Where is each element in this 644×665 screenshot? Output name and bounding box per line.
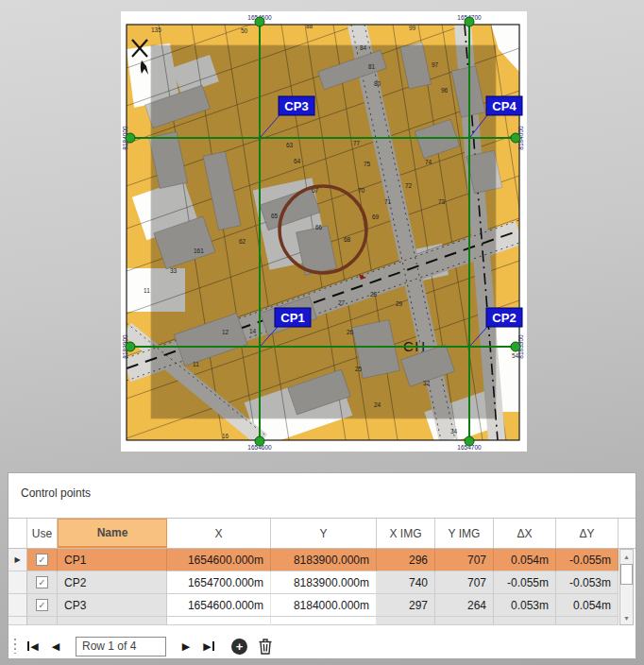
cell-dx[interactable]: -0.055m: [494, 571, 556, 594]
cell-y-img[interactable]: 264: [435, 594, 494, 617]
cell-x[interactable]: 1654600.000m: [167, 594, 271, 617]
last-bar-icon: [212, 641, 214, 651]
scroll-down-button[interactable]: ▼: [620, 611, 633, 624]
selection-overlay[interactable]: [151, 45, 496, 418]
header-dy[interactable]: ΔY: [556, 519, 619, 548]
parcel-number: 11: [144, 287, 150, 294]
row-indicator: [8, 617, 27, 625]
cell-y[interactable]: 8183900.000m: [271, 571, 377, 594]
grid-marker-bottom-left[interactable]: [255, 436, 264, 446]
parcel-number: 99: [409, 25, 416, 31]
parcel-number: 34: [450, 428, 458, 435]
next-row-button[interactable]: ▶: [175, 637, 197, 656]
last-icon: ▶: [203, 640, 211, 653]
cell-dy[interactable]: -0.053m: [556, 571, 619, 594]
navigator-grip[interactable]: [14, 639, 16, 654]
cell-y-img[interactable]: 707: [435, 549, 494, 571]
parcel-number: 50: [241, 27, 248, 34]
trash-icon: [259, 639, 272, 655]
cell-dy[interactable]: -0.055m: [556, 549, 619, 571]
control-points-grid: Use Name X Y X IMG Y IMG ΔX ΔY ▶ ✓ CP1 1…: [8, 518, 636, 625]
table-row-cp1[interactable]: ▶ ✓ CP1 1654600.000m 8183900.000m 296 70…: [8, 549, 619, 571]
use-checkbox-cp3[interactable]: ✓: [36, 599, 48, 611]
header-filler: [619, 519, 636, 548]
parcel-number: 16: [222, 433, 229, 439]
record-navigator: ◀ ◀ Row 1 of 4 ▶ ▶ +: [12, 634, 272, 658]
header-x-img[interactable]: X IMG: [377, 519, 435, 548]
grid-marker-left-bottom[interactable]: [126, 342, 135, 351]
panel-title: Control points: [21, 486, 91, 500]
cell-x-img[interactable]: 297: [377, 594, 435, 617]
row-indicator: [8, 594, 27, 617]
first-bar-icon: [27, 641, 29, 651]
cell-name[interactable]: CP3: [58, 594, 167, 617]
cp2-label-text: CP2: [492, 311, 516, 325]
grid-marker-left-top[interactable]: [126, 133, 135, 143]
scrollbar-thumb[interactable]: [620, 564, 633, 585]
scroll-up-button[interactable]: ▲: [620, 550, 633, 563]
grid-marker-top-left[interactable]: [255, 17, 264, 26]
parcel-number: 88: [306, 23, 314, 29]
delete-control-point-button[interactable]: [259, 639, 272, 655]
current-row-marker: ▶: [8, 549, 27, 571]
header-y-img[interactable]: Y IMG: [435, 519, 494, 548]
header-x[interactable]: X: [167, 519, 271, 548]
map-image-panel: 1355088998481809796356364777574656766686…: [121, 11, 527, 452]
cell-x-img[interactable]: 296: [377, 549, 435, 571]
cell-dx[interactable]: 0.054m: [494, 549, 556, 571]
table-row-cp3[interactable]: ✓ CP3 1654600.000m 8184000.000m 297 264 …: [8, 594, 619, 617]
cell-x[interactable]: 1654700.000m: [167, 571, 271, 594]
use-checkbox-cp1[interactable]: ✓: [36, 554, 48, 566]
cell-dy[interactable]: 0.054m: [556, 594, 619, 617]
last-row-button[interactable]: ▶: [197, 637, 220, 656]
cp4-label-text: CP4: [492, 99, 517, 113]
first-icon: ◀: [30, 640, 38, 653]
cell-x[interactable]: 1654600.000m: [167, 549, 271, 571]
grid-marker-right-bottom[interactable]: [511, 342, 520, 351]
cp1-label-text: CP1: [280, 311, 304, 325]
cell-name[interactable]: CP2: [58, 571, 167, 594]
header-name[interactable]: Name: [58, 519, 167, 548]
grid-vertical-scrollbar[interactable]: ▲ ▼: [619, 549, 634, 625]
grid-marker-top-right[interactable]: [465, 17, 474, 26]
cell-dx[interactable]: 0.053m: [494, 594, 556, 617]
previous-icon: ◀: [52, 640, 59, 653]
header-use[interactable]: Use: [27, 519, 58, 548]
cell-x-img[interactable]: 740: [377, 571, 435, 594]
use-checkbox-cp2[interactable]: ✓: [36, 576, 48, 588]
header-row-indicator: [8, 519, 27, 548]
map-content: 1355088998481809796356364777574656766686…: [127, 11, 527, 448]
control-points-panel: Control points Use Name X Y X IMG Y IMG …: [8, 472, 636, 659]
cell-y[interactable]: 8184000.000m: [271, 594, 377, 617]
parcel-number: 135: [151, 26, 161, 33]
grid-marker-right-top[interactable]: [511, 133, 520, 143]
cell-name[interactable]: CP1: [58, 549, 167, 571]
header-y[interactable]: Y: [271, 519, 377, 548]
grid-marker-bottom-right[interactable]: [465, 436, 474, 446]
previous-row-button[interactable]: ◀: [44, 637, 67, 656]
first-row-button[interactable]: ◀: [22, 637, 44, 656]
add-control-point-button[interactable]: +: [231, 639, 247, 655]
table-row-cp4-partial[interactable]: [8, 617, 619, 625]
cell-y[interactable]: 8183900.000m: [271, 549, 377, 571]
table-row-cp2[interactable]: ✓ CP2 1654700.000m 8183900.000m 740 707 …: [8, 571, 619, 594]
header-dx[interactable]: ΔX: [494, 519, 556, 548]
georeferenced-map-image[interactable]: 1355088998481809796356364777574656766686…: [121, 11, 527, 452]
cp3-label-text: CP3: [284, 99, 308, 113]
grid-header-row: Use Name X Y X IMG Y IMG ΔX ΔY: [8, 518, 636, 549]
next-icon: ▶: [182, 640, 190, 653]
row-indicator: [8, 571, 27, 594]
row-position-input[interactable]: Row 1 of 4: [76, 637, 166, 656]
cell-y-img[interactable]: 707: [435, 571, 494, 594]
